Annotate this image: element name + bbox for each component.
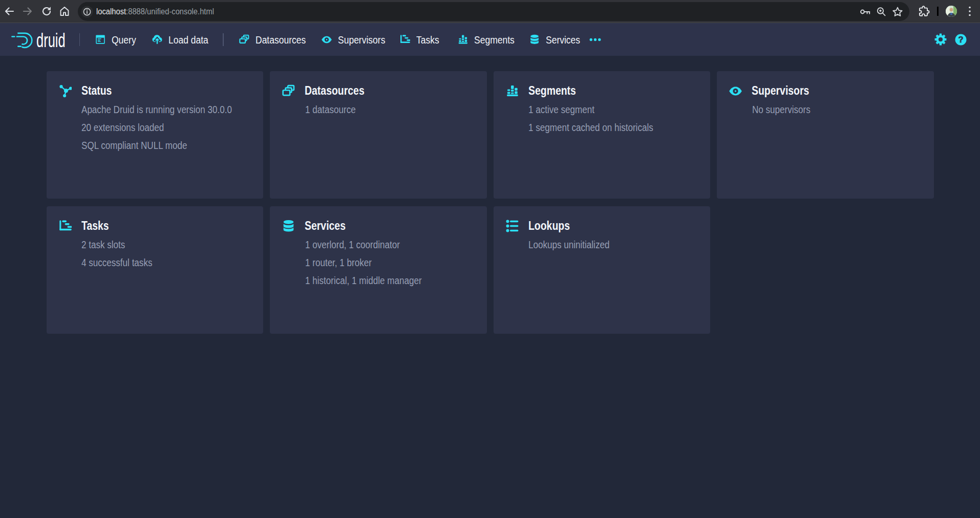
svg-text:?: ? — [958, 35, 963, 44]
